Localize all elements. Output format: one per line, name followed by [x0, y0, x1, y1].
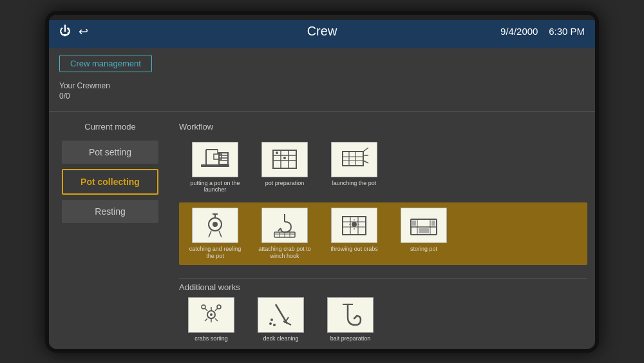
- header-date: 9/4/2000: [500, 26, 538, 37]
- additional-works-label: Additional works: [179, 282, 587, 292]
- pot-preparation-icon-box: [261, 142, 308, 177]
- bait-preparation-icon-box: [327, 297, 374, 333]
- left-panel: Current mode Pot setting Pot collecting …: [49, 115, 171, 349]
- header-datetime: 9/4/2000 6:30 PM: [500, 26, 585, 37]
- launching-pot-label: launching the pot: [332, 180, 377, 187]
- pot-collecting-button[interactable]: Pot collecting: [62, 169, 158, 195]
- workflow-item-storing-pot[interactable]: storing pot: [392, 208, 456, 260]
- top-bar: Crew management: [49, 48, 595, 79]
- workflow-item-pot-preparation[interactable]: pot preparation: [252, 142, 317, 194]
- svg-point-54: [210, 313, 213, 316]
- power-icon[interactable]: ⏻: [59, 25, 71, 38]
- main-content: Crew management Your Crewmen 0/0 Current…: [49, 48, 595, 349]
- attaching-crab-icon-box: [261, 208, 308, 243]
- svg-rect-16: [343, 152, 363, 166]
- catching-reeling-icon-box: [192, 208, 238, 243]
- header-time: 6:30 PM: [549, 26, 585, 37]
- divider-top: [49, 111, 595, 112]
- svg-line-23: [363, 161, 368, 163]
- deck-cleaning-label: deck cleaning: [263, 335, 298, 342]
- svg-line-60: [215, 319, 218, 321]
- svg-line-58: [205, 319, 207, 321]
- crewmen-count: 0/0: [59, 92, 585, 101]
- additional-item-crabs-sorting[interactable]: crabs sorting: [179, 297, 243, 342]
- workflow-item-putting-pot[interactable]: putting a pot on the launcher: [183, 142, 247, 194]
- svg-rect-51: [431, 221, 435, 226]
- crewmen-label: Your Crewmen: [59, 81, 585, 90]
- additional-works-row: crabs sorting: [179, 297, 587, 342]
- workflow-row-1: putting a pot on the launcher: [179, 137, 587, 199]
- workflow-item-throwing-crabs[interactable]: throwing out crabs: [322, 208, 386, 260]
- workflow-label: Workflow: [179, 122, 587, 132]
- svg-point-41: [352, 222, 357, 227]
- svg-line-27: [219, 231, 222, 237]
- device-frame: ⏻ ↩ Crew 9/4/2000 6:30 PM Crew managemen…: [45, 11, 599, 353]
- deck-cleaning-icon-box: [258, 297, 304, 333]
- svg-rect-52: [419, 228, 429, 233]
- svg-point-14: [276, 152, 278, 154]
- bait-preparation-label: bait preparation: [330, 335, 371, 342]
- workflow-item-launching-pot[interactable]: launching the pot: [322, 142, 386, 194]
- catching-reeling-label: catching and reeling the pot: [185, 246, 246, 260]
- svg-point-67: [269, 322, 272, 325]
- svg-line-64: [283, 321, 291, 325]
- resting-button[interactable]: Resting: [62, 200, 158, 223]
- header-title: Crew: [307, 24, 337, 39]
- svg-rect-50: [412, 221, 416, 226]
- pot-setting-button[interactable]: Pot setting: [62, 141, 158, 164]
- storing-pot-icon-box: [401, 208, 447, 243]
- throwing-crabs-icon-box: [331, 208, 377, 243]
- svg-point-61: [202, 305, 205, 309]
- attaching-crab-label: attaching crab pot to winch hook: [254, 246, 316, 260]
- workflow-row-2: catching and reeling the pot: [179, 202, 587, 265]
- content-area: Current mode Pot setting Pot collecting …: [49, 115, 595, 349]
- current-mode-label: Current mode: [84, 122, 135, 132]
- svg-point-68: [273, 324, 276, 326]
- svg-point-25: [213, 222, 218, 227]
- svg-point-62: [217, 305, 221, 309]
- crabs-sorting-icon-box: [188, 297, 234, 333]
- additional-item-deck-cleaning[interactable]: deck cleaning: [249, 297, 313, 342]
- svg-point-15: [283, 157, 286, 159]
- svg-line-26: [209, 231, 211, 237]
- throwing-crabs-label: throwing out crabs: [330, 246, 378, 253]
- divider-additional: [179, 278, 587, 279]
- svg-line-21: [363, 148, 368, 152]
- right-panel: Workflow: [171, 115, 595, 349]
- svg-point-66: [270, 319, 273, 321]
- crewmen-info: Your Crewmen 0/0: [49, 79, 595, 107]
- additional-works: Additional works: [179, 274, 587, 342]
- workflow-item-catching-reeling[interactable]: catching and reeling the pot: [183, 208, 247, 260]
- pot-preparation-label: pot preparation: [265, 180, 305, 187]
- svg-rect-8: [214, 154, 222, 159]
- back-icon[interactable]: ↩: [79, 25, 88, 39]
- workflow-item-attaching-crab[interactable]: attaching crab pot to winch hook: [252, 208, 317, 260]
- crew-management-button[interactable]: Crew management: [59, 55, 152, 72]
- header: ⏻ ↩ Crew 9/4/2000 6:30 PM: [49, 15, 595, 48]
- header-left: ⏻ ↩: [59, 25, 88, 39]
- crabs-sorting-label: crabs sorting: [194, 335, 228, 342]
- putting-pot-icon-box: [192, 142, 238, 177]
- storing-pot-label: storing pot: [410, 246, 437, 253]
- additional-item-bait-preparation[interactable]: bait preparation: [318, 297, 383, 342]
- launching-pot-icon-box: [331, 142, 377, 177]
- putting-pot-label: putting a pot on the launcher: [185, 180, 246, 194]
